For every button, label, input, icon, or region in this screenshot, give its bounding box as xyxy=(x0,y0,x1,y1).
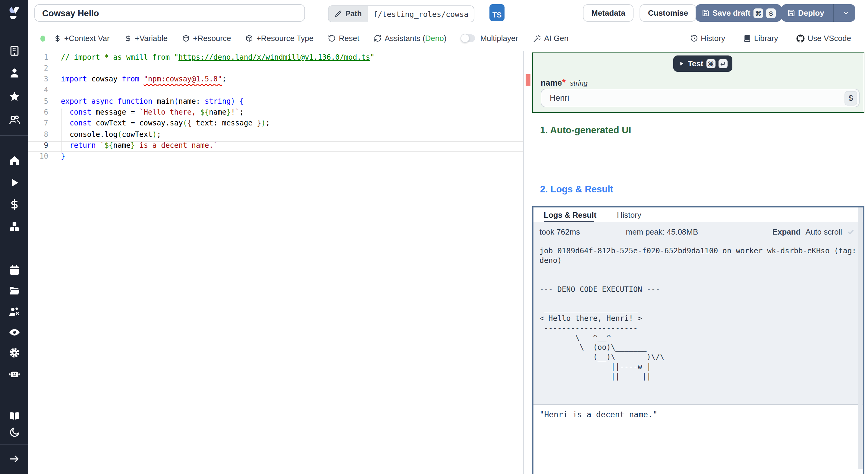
preview-panel: name* string $ Test ⌘ 1. Auto-generated … xyxy=(532,51,868,474)
assistants-lang: Deno xyxy=(425,34,444,43)
result-pane: "Henri is a decent name." xyxy=(533,404,863,474)
line-number: 7 xyxy=(28,119,48,130)
metadata-button[interactable]: Metadata xyxy=(583,4,634,22)
package-icon xyxy=(182,34,190,42)
topbar: Path f/testing_roles/cowsa TS Metadata C… xyxy=(28,0,868,27)
active-tab-underline xyxy=(544,220,594,222)
reset-button[interactable]: Reset xyxy=(328,34,359,43)
logs-result-panel: Logs & Result History took 762ms mem pea… xyxy=(532,206,864,474)
sidebar-item-dollar[interactable] xyxy=(8,199,20,210)
sidebar-item-play[interactable] xyxy=(8,177,20,189)
deploy-dropdown-button[interactable] xyxy=(837,9,856,17)
sidebar-item-star[interactable] xyxy=(8,90,20,102)
sidebar-item-boxes[interactable] xyxy=(8,221,20,233)
sidebar-item-gear[interactable] xyxy=(8,347,20,359)
error-overview-marker xyxy=(525,74,530,85)
customise-button[interactable]: Customise xyxy=(640,4,696,22)
ai-gen-button[interactable]: AI Gen xyxy=(532,34,568,43)
history-button[interactable]: History xyxy=(690,34,725,43)
sidebar-item-building[interactable] xyxy=(8,45,20,57)
code-line[interactable]: 3import cowsay from "npm:cowsay@1.5.0"; xyxy=(28,75,523,86)
result-value[interactable]: "Henri is a decent name." xyxy=(533,405,863,424)
line-number: 1 xyxy=(28,53,48,64)
log-stats-bar: took 762ms mem peak: 45.08MB Expand Auto… xyxy=(533,222,863,241)
indent-guide xyxy=(61,108,62,152)
sidebar-item-folder-open[interactable] xyxy=(8,285,20,297)
dollar-icon xyxy=(8,199,20,210)
path-value[interactable]: f/testing_roles/cowsa xyxy=(368,6,474,22)
sidebar-item-user[interactable] xyxy=(8,67,20,79)
code-line[interactable]: 9 return `${name} is a decent name.` xyxy=(28,141,523,152)
code-line[interactable]: 4 xyxy=(28,86,523,97)
deploy-button[interactable]: Deploy xyxy=(781,4,856,22)
line-number: 3 xyxy=(28,75,48,86)
sidebar-item-eye[interactable] xyxy=(8,326,20,338)
script-title-input[interactable] xyxy=(34,4,305,22)
add-variable-button[interactable]: +Variable xyxy=(124,34,168,43)
tab-logs-result[interactable]: Logs & Result xyxy=(544,210,596,219)
enter-key-badge xyxy=(718,59,727,68)
multiplayer-toggle[interactable] xyxy=(461,34,475,42)
sidebar-item-moon[interactable] xyxy=(8,426,20,438)
assistants-button[interactable]: Assistants (Deno) xyxy=(374,34,446,43)
folder-open-icon xyxy=(8,285,20,297)
log-output[interactable]: job 0189d64f-812b-525e-f020-652bd9da1100… xyxy=(533,241,863,404)
cmd-key-badge: ⌘ xyxy=(753,8,763,18)
code-line[interactable]: 8 console.log(cowText); xyxy=(28,130,523,141)
insert-variable-button[interactable]: $ xyxy=(844,91,857,105)
sidebar-item-calendar[interactable] xyxy=(8,264,20,276)
line-number: 6 xyxy=(28,108,48,119)
pencil-icon xyxy=(335,10,342,18)
editor-panel-divider[interactable] xyxy=(523,51,524,474)
library-button[interactable]: Library xyxy=(743,34,778,43)
sidebar-item-users[interactable] xyxy=(8,114,20,126)
line-number: 4 xyxy=(28,86,48,97)
autoscroll-toggle[interactable]: Auto scroll xyxy=(806,227,842,236)
sidebar-item-home[interactable] xyxy=(8,154,20,167)
windmill-logo-icon[interactable] xyxy=(7,5,22,21)
section-logs-result-heading: 2. Logs & Result xyxy=(540,184,613,195)
mem-peak-label: mem peak: 45.08MB xyxy=(626,227,698,236)
sidebar-item-arrow-right[interactable] xyxy=(8,453,20,465)
test-button[interactable]: Test ⌘ xyxy=(673,56,733,72)
multiplayer-label: Multiplayer xyxy=(480,34,518,43)
button-divider xyxy=(833,4,834,22)
save-draft-button[interactable]: Save draft ⌘ S xyxy=(695,4,782,22)
add-resource-type-button[interactable]: +Resource Type xyxy=(246,34,314,43)
sidebar-item-user-cog[interactable] xyxy=(8,306,20,318)
dollar-icon xyxy=(124,34,132,42)
code-line[interactable]: 10} xyxy=(28,152,523,163)
building-icon xyxy=(8,45,20,57)
sidebar-item-book-open[interactable] xyxy=(8,410,20,422)
name-arg-input[interactable] xyxy=(541,89,859,107)
tab-history[interactable]: History xyxy=(617,210,641,219)
typescript-badge: TS xyxy=(490,4,504,21)
path-button[interactable]: Path f/testing_roles/cowsa xyxy=(328,5,474,22)
bot-icon xyxy=(8,368,20,380)
status-dot xyxy=(40,35,45,41)
user-cog-icon xyxy=(8,306,20,318)
add-resource-button[interactable]: +Resource xyxy=(182,34,231,43)
save-icon xyxy=(702,9,710,17)
code-line[interactable]: 2 xyxy=(28,64,523,75)
use-vscode-button[interactable]: Use VScode xyxy=(796,34,851,43)
check-icon xyxy=(847,228,855,236)
code-line[interactable]: 5export async function main(name: string… xyxy=(28,97,523,108)
arrow-right-icon xyxy=(8,453,20,465)
star-icon xyxy=(8,90,20,102)
logs-scrollbar[interactable] xyxy=(858,207,863,469)
cmd-key-badge: ⌘ xyxy=(707,59,715,68)
sidebar-item-bot[interactable] xyxy=(8,368,20,380)
code-line[interactable]: 1// import * as wmill from "https://deno… xyxy=(28,53,523,64)
package-icon xyxy=(246,34,253,42)
calendar-icon xyxy=(8,264,20,276)
play-icon xyxy=(678,60,685,67)
sidebar-footer-divider xyxy=(0,444,28,445)
expand-button[interactable]: Expand xyxy=(772,227,801,236)
logs-tabbar: Logs & Result History xyxy=(533,207,863,222)
code-editor[interactable]: 1// import * as wmill from "https://deno… xyxy=(28,51,532,474)
add-context-var-button[interactable]: +Context Var xyxy=(53,34,110,43)
code-line[interactable]: 6 const message = `Hello there, ${name}!… xyxy=(28,108,523,119)
took-label: took 762ms xyxy=(539,227,580,236)
code-line[interactable]: 7 const cowText = cowsay.say({ text: mes… xyxy=(28,119,523,130)
